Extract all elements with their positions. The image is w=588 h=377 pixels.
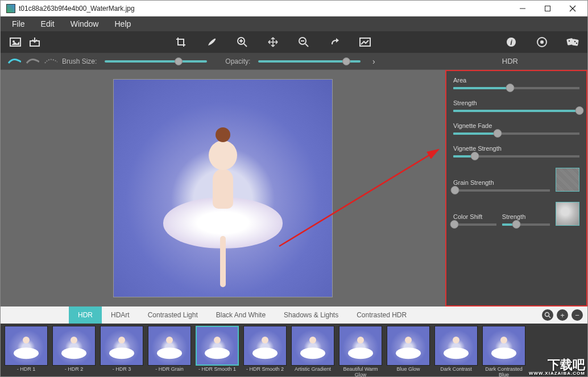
preset-item[interactable]: - HDR 1 — [4, 326, 48, 377]
preset-label: - HDR Smooth 2 — [246, 367, 284, 377]
window-titlebar: t01c88a263b9f4e4b00_WaterMark.jpg — [1, 1, 587, 16]
opacity-slider[interactable] — [258, 60, 361, 63]
open-image-icon[interactable] — [9, 35, 22, 49]
save-icon[interactable] — [28, 35, 42, 49]
brush-bar: Brush Size: Opacity: › HDR — [1, 53, 587, 70]
preset-thumb[interactable] — [52, 326, 96, 366]
menubar: File Edit Window Help — [1, 16, 587, 31]
brush-size-slider[interactable] — [105, 60, 207, 63]
svg-line-26 — [549, 316, 550, 318]
preset-item[interactable]: Blue Glow — [386, 326, 430, 377]
preset-thumb[interactable] — [339, 326, 382, 366]
preset-search-icon[interactable] — [542, 309, 553, 321]
svg-point-23 — [576, 43, 577, 44]
preset-label: Artistic Gradient — [295, 367, 331, 377]
preset-thumb[interactable] — [243, 326, 287, 366]
menu-file[interactable]: File — [4, 16, 33, 31]
canvas-pane — [1, 70, 445, 306]
svg-point-5 — [13, 40, 15, 43]
svg-point-25 — [545, 313, 549, 317]
grain-swatch[interactable] — [556, 168, 579, 192]
svg-line-12 — [305, 44, 308, 47]
hdr-side-panel: Area Strength Vignette Fade Vignette Str… — [445, 70, 587, 306]
color-swatch[interactable] — [556, 202, 579, 226]
redo-icon[interactable] — [328, 35, 341, 49]
color-strength-label: Strength — [502, 213, 550, 220]
svg-line-8 — [244, 44, 247, 47]
vignette-strength-slider[interactable] — [453, 155, 579, 158]
tab-black-and-white[interactable]: Black And White — [207, 306, 275, 324]
zoom-out-icon[interactable] — [297, 35, 310, 49]
menu-edit[interactable]: Edit — [33, 16, 63, 31]
main-toolbar: i — [1, 31, 587, 53]
preset-item[interactable]: Dark Contrasted Blue — [482, 326, 526, 377]
menu-window[interactable]: Window — [63, 16, 107, 31]
vignette-fade-label: Vignette Fade — [453, 122, 579, 129]
brush-2-icon[interactable] — [26, 56, 39, 67]
brush-3-icon[interactable] — [44, 56, 57, 67]
tab-hdart[interactable]: HDArt — [102, 306, 139, 324]
settings-icon[interactable] — [535, 35, 549, 49]
svg-point-22 — [574, 41, 575, 42]
tab-hdr[interactable]: HDR — [69, 306, 102, 324]
info-icon[interactable]: i — [504, 35, 518, 49]
watermark: 下载吧 WWW.XIAZAIBA.COM — [529, 359, 585, 376]
preset-item[interactable]: Artistic Gradient — [291, 326, 335, 377]
tab-contrasted-light[interactable]: Contrasted Light — [139, 306, 207, 324]
compare-icon[interactable] — [358, 35, 372, 49]
preset-label: Dark Contrast — [440, 367, 472, 377]
preset-strip: - HDR 1- HDR 2- HDR 3- HDR Grain- HDR Sm… — [1, 324, 587, 377]
move-icon[interactable] — [266, 35, 280, 49]
preset-label: - HDR 2 — [65, 367, 84, 377]
preset-thumb[interactable] — [100, 326, 143, 366]
preset-label: - HDR 3 — [113, 367, 131, 377]
color-strength-slider[interactable] — [502, 223, 550, 226]
preset-item[interactable]: Dark Contrast — [434, 326, 478, 377]
close-button[interactable] — [560, 1, 585, 16]
strength-label: Strength — [453, 100, 579, 106]
grain-strength-slider[interactable] — [453, 189, 550, 192]
effect-tabs: HDR HDArt Contrasted Light Black And Whi… — [1, 306, 587, 324]
canvas-image[interactable] — [113, 79, 333, 297]
preset-thumb[interactable] — [196, 326, 239, 366]
area-label: Area — [453, 77, 579, 84]
preset-thumb[interactable] — [291, 326, 334, 366]
preset-label: Dark Contrasted Blue — [482, 367, 526, 377]
preset-thumb[interactable] — [434, 326, 478, 366]
opacity-label: Opacity: — [225, 57, 250, 65]
menu-help[interactable]: Help — [106, 16, 139, 31]
dice-icon[interactable] — [566, 35, 579, 49]
vignette-fade-slider[interactable] — [453, 132, 579, 135]
preset-item[interactable]: - HDR Smooth 1 — [195, 326, 239, 377]
preset-item[interactable]: - HDR Grain — [147, 326, 192, 377]
brush-size-label: Brush Size: — [62, 57, 97, 65]
preset-item[interactable]: - HDR 2 — [52, 326, 96, 377]
tab-contrasted-hdr[interactable]: Contrasted HDR — [347, 306, 416, 324]
color-shift-label: Color Shift — [453, 213, 496, 220]
chevron-right-icon[interactable]: › — [368, 57, 379, 66]
area-slider[interactable] — [453, 87, 579, 89]
watermark-sub: WWW.XIAZAIBA.COM — [529, 371, 585, 376]
preset-add-icon[interactable]: + — [557, 309, 568, 321]
brush-1-icon[interactable] — [7, 56, 21, 67]
preset-item[interactable]: - HDR Smooth 2 — [243, 326, 287, 377]
preset-item[interactable]: - HDR 3 — [100, 326, 144, 377]
preset-label: - HDR Smooth 1 — [198, 367, 236, 377]
preset-label: - HDR 1 — [17, 367, 36, 377]
svg-point-21 — [569, 40, 570, 42]
tab-shadows-lights[interactable]: Shadows & Lights — [275, 306, 347, 324]
minimize-button[interactable] — [510, 1, 535, 16]
preset-thumb[interactable] — [5, 326, 48, 366]
preset-item[interactable]: Beautiful Warm Glow — [338, 326, 383, 377]
brush-icon[interactable] — [205, 35, 218, 49]
crop-icon[interactable] — [174, 35, 188, 49]
preset-remove-icon[interactable]: − — [572, 309, 583, 321]
preset-thumb[interactable] — [482, 326, 525, 366]
color-shift-slider[interactable] — [453, 223, 496, 226]
maximize-button[interactable] — [535, 1, 560, 16]
preset-thumb[interactable] — [148, 326, 191, 366]
svg-text:i: i — [510, 38, 512, 47]
preset-thumb[interactable] — [387, 326, 430, 366]
strength-slider[interactable] — [453, 110, 579, 112]
zoom-in-icon[interactable] — [235, 35, 249, 49]
